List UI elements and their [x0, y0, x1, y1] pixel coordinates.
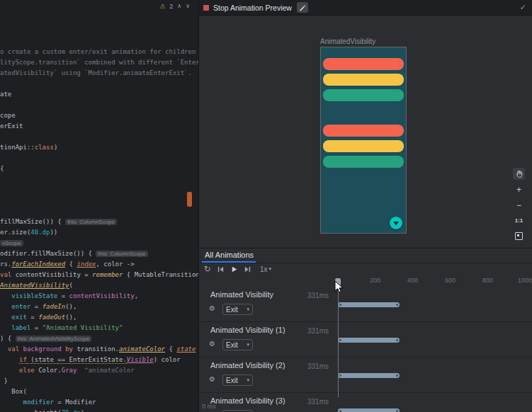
animation-row-label: Animated Visibility (3): [210, 396, 285, 405]
preview-bar-teal: [323, 156, 404, 168]
device-frame: [320, 47, 407, 234]
android-studio-window: ⚠ 2 ∧ ∨ o create a custom enter/exit ani…: [0, 0, 532, 412]
animation-duration: 331ms: [307, 327, 329, 335]
hand-icon: [515, 170, 523, 178]
go-to-start-button[interactable]: [215, 264, 226, 275]
preview-bar-teal: [323, 89, 404, 101]
fit-screen-icon: [515, 232, 523, 240]
zoom-out-button[interactable]: −: [513, 199, 525, 211]
timeline-track-bar[interactable]: [338, 338, 400, 343]
warning-icon: ⚠: [159, 2, 165, 11]
skip-to-start-icon: [217, 265, 225, 273]
timeline-row[interactable]: Animated Visibility (2) 331ms ⚙ Exit ▾: [199, 357, 532, 393]
chevron-down-icon[interactable]: ∨: [186, 2, 190, 11]
edit-animation-button[interactable]: [297, 2, 308, 13]
playhead-handle[interactable]: [335, 278, 341, 286]
preview-bar-coral: [323, 125, 404, 137]
editor-inspections-widget[interactable]: ⚠ 2 ∧ ∨: [159, 2, 190, 11]
freeze-icon[interactable]: ⚙: [209, 304, 215, 312]
ruler-tick: 1000: [518, 277, 532, 284]
animation-row-label: Animated Visibility (1): [210, 326, 285, 334]
animation-row-label: Animated Visibility: [210, 290, 273, 299]
minus-icon: −: [516, 201, 521, 210]
chevron-down-icon: ▾: [269, 266, 272, 272]
success-check-icon: ✓: [520, 3, 526, 12]
play-button[interactable]: [229, 264, 239, 275]
state-dropdown-value: Exit: [226, 377, 238, 384]
state-dropdown-value: Exit: [226, 341, 238, 349]
ruler-tick: 400: [407, 277, 418, 284]
animation-preview-panel: Stop Animation Preview ✓ AnimatedVisibil…: [198, 0, 532, 412]
preview-bar-amber: [323, 140, 404, 152]
freeze-icon[interactable]: ⚙: [209, 340, 215, 348]
dropdown-chevron-icon: ▾: [247, 377, 249, 383]
chevron-up-icon[interactable]: ∧: [177, 2, 181, 11]
timeline-track-bar[interactable]: [338, 408, 400, 412]
ruler-tick: 800: [482, 277, 493, 284]
timeline-tabbar: All Animations: [199, 248, 532, 263]
preview-bars: [323, 58, 404, 168]
state-dropdown[interactable]: Exit ▾: [222, 339, 253, 350]
animation-duration: 331ms: [307, 398, 329, 406]
pan-tool-button[interactable]: [513, 168, 525, 180]
dropdown-chevron-icon: ▾: [247, 342, 249, 348]
timeline-row[interactable]: Animated Visibility (3) 331ms ⚙ Exit ▾: [199, 393, 532, 412]
stop-animation-preview-button[interactable]: Stop Animation Preview: [213, 4, 292, 12]
speed-value: 1x: [260, 265, 268, 273]
timeline-rows: Animated Visibility 331ms ⚙ Exit ▾ Anima…: [199, 287, 532, 412]
animation-duration: 331ms: [307, 362, 329, 370]
tab-all-animations[interactable]: All Animations: [205, 251, 254, 259]
preview-bar-amber: [323, 74, 404, 86]
ruler-tick: 200: [370, 277, 380, 284]
bar-spacer: [323, 105, 404, 121]
playback-controls: ↻ 1x ▾: [199, 263, 271, 275]
freeze-icon[interactable]: ⚙: [209, 375, 215, 383]
animation-timeline-panel: All Animations ↻: [199, 248, 532, 412]
preview-toolbar: Stop Animation Preview ✓: [199, 0, 532, 16]
preview-component-label: AnimatedVisibility: [320, 38, 375, 45]
fit-to-screen-button[interactable]: [513, 230, 525, 242]
stop-icon: [203, 5, 209, 11]
zoom-toolbar: + − 1:1: [513, 168, 525, 242]
preview-canvas[interactable]: AnimatedVisibility + − 1:1: [199, 16, 532, 248]
skip-to-end-icon: [244, 265, 251, 273]
playhead-time-label: 0 ms: [202, 403, 216, 410]
pencil-icon: [299, 4, 306, 11]
preview-bar-coral: [323, 58, 404, 70]
plus-icon: +: [516, 185, 521, 194]
dropdown-chevron-icon: ▾: [247, 307, 249, 312]
animation-row-label: Animated Visibility (2): [210, 361, 285, 370]
state-dropdown-value: Exit: [226, 306, 238, 314]
arrow-down-icon: [393, 222, 399, 226]
zoom-in-button[interactable]: +: [513, 183, 525, 195]
timeline-row[interactable]: Animated Visibility 331ms ⚙ Exit ▾: [199, 287, 532, 322]
timeline-ruler[interactable]: 2004006008001000: [199, 275, 532, 287]
error-stripe-marker[interactable]: [187, 192, 192, 207]
timeline-row[interactable]: Animated Visibility (1) 331ms ⚙ Exit ▾: [199, 322, 532, 357]
playback-speed-dropdown[interactable]: 1x ▾: [260, 265, 271, 273]
state-dropdown[interactable]: Exit ▾: [222, 304, 253, 315]
code-lines[interactable]: o create a custom enter/exit animation f…: [0, 47, 198, 412]
go-to-end-button[interactable]: [242, 264, 253, 275]
actual-size-button[interactable]: 1:1: [513, 214, 525, 227]
animation-duration: 331ms: [307, 292, 329, 299]
state-dropdown[interactable]: Exit ▾: [222, 374, 253, 386]
play-icon: [230, 265, 238, 273]
loop-button[interactable]: ↻: [202, 264, 213, 275]
playhead-line: [338, 285, 339, 397]
timeline-track-bar[interactable]: [338, 302, 400, 307]
one-to-one-icon: 1:1: [515, 218, 523, 224]
timeline-track-bar[interactable]: [338, 373, 400, 378]
code-editor-pane[interactable]: ⚠ 2 ∧ ∨ o create a custom enter/exit ani…: [0, 0, 198, 412]
loop-icon: ↻: [203, 265, 210, 273]
fab-button[interactable]: [390, 217, 402, 229]
ruler-tick: 600: [445, 277, 455, 284]
warning-count: 2: [169, 2, 173, 11]
